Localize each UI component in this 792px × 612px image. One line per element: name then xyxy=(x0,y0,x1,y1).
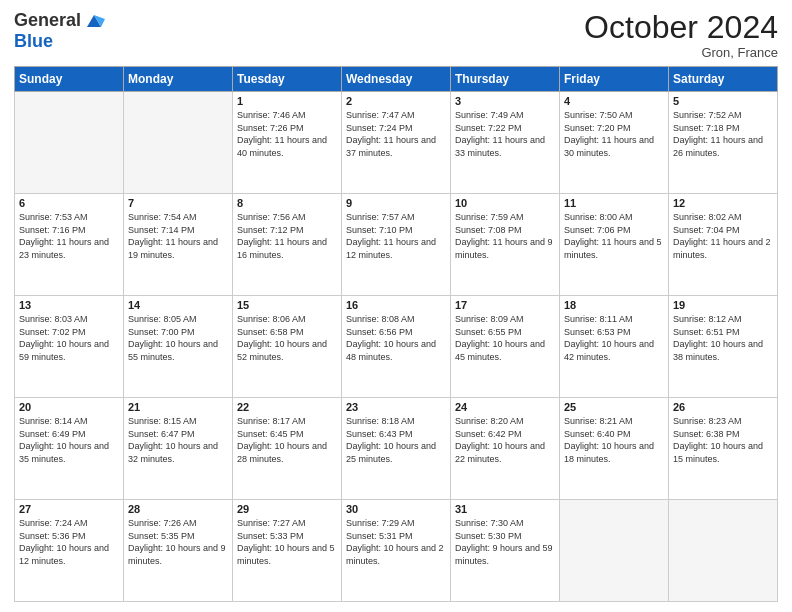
calendar-cell: 7Sunrise: 7:54 AMSunset: 7:14 PMDaylight… xyxy=(124,194,233,296)
calendar-cell: 28Sunrise: 7:26 AMSunset: 5:35 PMDayligh… xyxy=(124,500,233,602)
day-number: 7 xyxy=(128,197,228,209)
day-number: 22 xyxy=(237,401,337,413)
calendar-cell: 9Sunrise: 7:57 AMSunset: 7:10 PMDaylight… xyxy=(342,194,451,296)
calendar-cell: 31Sunrise: 7:30 AMSunset: 5:30 PMDayligh… xyxy=(451,500,560,602)
calendar-cell: 11Sunrise: 8:00 AMSunset: 7:06 PMDayligh… xyxy=(560,194,669,296)
day-number: 29 xyxy=(237,503,337,515)
day-number: 6 xyxy=(19,197,119,209)
calendar-cell: 6Sunrise: 7:53 AMSunset: 7:16 PMDaylight… xyxy=(15,194,124,296)
calendar-week-row: 27Sunrise: 7:24 AMSunset: 5:36 PMDayligh… xyxy=(15,500,778,602)
calendar-table: SundayMondayTuesdayWednesdayThursdayFrid… xyxy=(14,66,778,602)
location: Gron, France xyxy=(584,45,778,60)
weekday-header-friday: Friday xyxy=(560,67,669,92)
weekday-header-monday: Monday xyxy=(124,67,233,92)
calendar-cell: 1Sunrise: 7:46 AMSunset: 7:26 PMDaylight… xyxy=(233,92,342,194)
calendar-cell: 13Sunrise: 8:03 AMSunset: 7:02 PMDayligh… xyxy=(15,296,124,398)
calendar-week-row: 13Sunrise: 8:03 AMSunset: 7:02 PMDayligh… xyxy=(15,296,778,398)
calendar-cell: 14Sunrise: 8:05 AMSunset: 7:00 PMDayligh… xyxy=(124,296,233,398)
calendar-cell: 5Sunrise: 7:52 AMSunset: 7:18 PMDaylight… xyxy=(669,92,778,194)
calendar-cell: 19Sunrise: 8:12 AMSunset: 6:51 PMDayligh… xyxy=(669,296,778,398)
day-info: Sunrise: 7:27 AMSunset: 5:33 PMDaylight:… xyxy=(237,517,337,567)
weekday-header-thursday: Thursday xyxy=(451,67,560,92)
day-number: 13 xyxy=(19,299,119,311)
day-number: 17 xyxy=(455,299,555,311)
day-info: Sunrise: 7:46 AMSunset: 7:26 PMDaylight:… xyxy=(237,109,337,159)
day-number: 16 xyxy=(346,299,446,311)
calendar-cell: 29Sunrise: 7:27 AMSunset: 5:33 PMDayligh… xyxy=(233,500,342,602)
calendar-cell xyxy=(15,92,124,194)
day-number: 9 xyxy=(346,197,446,209)
day-number: 11 xyxy=(564,197,664,209)
day-info: Sunrise: 7:56 AMSunset: 7:12 PMDaylight:… xyxy=(237,211,337,261)
logo: General Blue xyxy=(14,10,105,52)
calendar-cell: 10Sunrise: 7:59 AMSunset: 7:08 PMDayligh… xyxy=(451,194,560,296)
calendar-cell: 18Sunrise: 8:11 AMSunset: 6:53 PMDayligh… xyxy=(560,296,669,398)
day-info: Sunrise: 8:12 AMSunset: 6:51 PMDaylight:… xyxy=(673,313,773,363)
logo-blue-text: Blue xyxy=(14,31,105,52)
day-number: 26 xyxy=(673,401,773,413)
day-number: 21 xyxy=(128,401,228,413)
calendar-week-row: 20Sunrise: 8:14 AMSunset: 6:49 PMDayligh… xyxy=(15,398,778,500)
calendar-week-row: 1Sunrise: 7:46 AMSunset: 7:26 PMDaylight… xyxy=(15,92,778,194)
day-number: 27 xyxy=(19,503,119,515)
day-number: 8 xyxy=(237,197,337,209)
calendar-cell: 30Sunrise: 7:29 AMSunset: 5:31 PMDayligh… xyxy=(342,500,451,602)
calendar-header-row: SundayMondayTuesdayWednesdayThursdayFrid… xyxy=(15,67,778,92)
calendar-cell: 3Sunrise: 7:49 AMSunset: 7:22 PMDaylight… xyxy=(451,92,560,194)
day-number: 20 xyxy=(19,401,119,413)
calendar-cell: 25Sunrise: 8:21 AMSunset: 6:40 PMDayligh… xyxy=(560,398,669,500)
weekday-header-sunday: Sunday xyxy=(15,67,124,92)
day-info: Sunrise: 8:05 AMSunset: 7:00 PMDaylight:… xyxy=(128,313,228,363)
day-info: Sunrise: 8:23 AMSunset: 6:38 PMDaylight:… xyxy=(673,415,773,465)
day-info: Sunrise: 7:57 AMSunset: 7:10 PMDaylight:… xyxy=(346,211,446,261)
day-info: Sunrise: 7:50 AMSunset: 7:20 PMDaylight:… xyxy=(564,109,664,159)
day-info: Sunrise: 8:08 AMSunset: 6:56 PMDaylight:… xyxy=(346,313,446,363)
day-info: Sunrise: 7:49 AMSunset: 7:22 PMDaylight:… xyxy=(455,109,555,159)
calendar-cell: 20Sunrise: 8:14 AMSunset: 6:49 PMDayligh… xyxy=(15,398,124,500)
calendar-cell: 4Sunrise: 7:50 AMSunset: 7:20 PMDaylight… xyxy=(560,92,669,194)
day-number: 2 xyxy=(346,95,446,107)
weekday-header-wednesday: Wednesday xyxy=(342,67,451,92)
calendar-cell xyxy=(560,500,669,602)
day-number: 3 xyxy=(455,95,555,107)
day-info: Sunrise: 7:24 AMSunset: 5:36 PMDaylight:… xyxy=(19,517,119,567)
calendar-cell: 17Sunrise: 8:09 AMSunset: 6:55 PMDayligh… xyxy=(451,296,560,398)
day-info: Sunrise: 7:29 AMSunset: 5:31 PMDaylight:… xyxy=(346,517,446,567)
calendar-cell: 21Sunrise: 8:15 AMSunset: 6:47 PMDayligh… xyxy=(124,398,233,500)
day-info: Sunrise: 7:47 AMSunset: 7:24 PMDaylight:… xyxy=(346,109,446,159)
calendar-cell: 26Sunrise: 8:23 AMSunset: 6:38 PMDayligh… xyxy=(669,398,778,500)
day-number: 31 xyxy=(455,503,555,515)
calendar-cell: 16Sunrise: 8:08 AMSunset: 6:56 PMDayligh… xyxy=(342,296,451,398)
calendar-cell: 22Sunrise: 8:17 AMSunset: 6:45 PMDayligh… xyxy=(233,398,342,500)
day-info: Sunrise: 8:20 AMSunset: 6:42 PMDaylight:… xyxy=(455,415,555,465)
day-info: Sunrise: 8:17 AMSunset: 6:45 PMDaylight:… xyxy=(237,415,337,465)
day-info: Sunrise: 8:15 AMSunset: 6:47 PMDaylight:… xyxy=(128,415,228,465)
month-title: October 2024 xyxy=(584,10,778,45)
calendar-cell: 24Sunrise: 8:20 AMSunset: 6:42 PMDayligh… xyxy=(451,398,560,500)
calendar-cell xyxy=(124,92,233,194)
header: General Blue October 2024 Gron, France xyxy=(14,10,778,60)
day-number: 1 xyxy=(237,95,337,107)
day-number: 23 xyxy=(346,401,446,413)
day-info: Sunrise: 8:14 AMSunset: 6:49 PMDaylight:… xyxy=(19,415,119,465)
day-number: 14 xyxy=(128,299,228,311)
calendar-cell: 2Sunrise: 7:47 AMSunset: 7:24 PMDaylight… xyxy=(342,92,451,194)
calendar-week-row: 6Sunrise: 7:53 AMSunset: 7:16 PMDaylight… xyxy=(15,194,778,296)
weekday-header-tuesday: Tuesday xyxy=(233,67,342,92)
day-number: 30 xyxy=(346,503,446,515)
day-number: 15 xyxy=(237,299,337,311)
calendar-cell: 12Sunrise: 8:02 AMSunset: 7:04 PMDayligh… xyxy=(669,194,778,296)
day-number: 18 xyxy=(564,299,664,311)
title-block: October 2024 Gron, France xyxy=(584,10,778,60)
day-number: 4 xyxy=(564,95,664,107)
day-info: Sunrise: 8:11 AMSunset: 6:53 PMDaylight:… xyxy=(564,313,664,363)
day-info: Sunrise: 8:03 AMSunset: 7:02 PMDaylight:… xyxy=(19,313,119,363)
day-info: Sunrise: 8:02 AMSunset: 7:04 PMDaylight:… xyxy=(673,211,773,261)
day-info: Sunrise: 7:54 AMSunset: 7:14 PMDaylight:… xyxy=(128,211,228,261)
day-number: 10 xyxy=(455,197,555,209)
page: General Blue October 2024 Gron, France S… xyxy=(0,0,792,612)
day-info: Sunrise: 8:09 AMSunset: 6:55 PMDaylight:… xyxy=(455,313,555,363)
day-info: Sunrise: 8:18 AMSunset: 6:43 PMDaylight:… xyxy=(346,415,446,465)
day-info: Sunrise: 7:53 AMSunset: 7:16 PMDaylight:… xyxy=(19,211,119,261)
logo-general-text: General xyxy=(14,10,81,31)
